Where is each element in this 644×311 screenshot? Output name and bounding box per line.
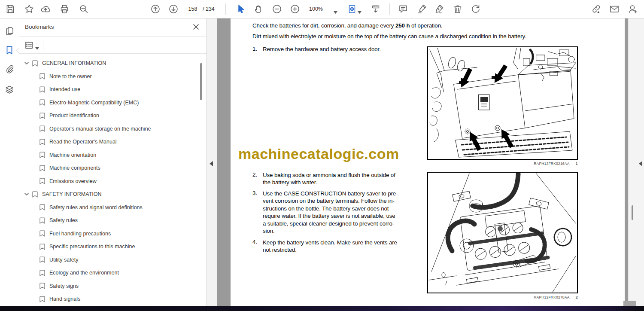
bookmark-label: Safety signs <box>49 283 79 289</box>
figure-number: 1 <box>576 161 578 166</box>
bookmark-item-utility-safety[interactable]: Utility safety <box>19 253 207 267</box>
bookmark-label: Hand signals <box>49 296 80 302</box>
bookmark-icon <box>32 60 38 67</box>
collapse-right-panel-icon[interactable] <box>639 161 642 166</box>
bookmark-item-read-operators-manual[interactable]: Read the Operator's Manual <box>19 135 207 149</box>
bookmark-item-note-to-the-owner[interactable]: Note to the owner <box>19 70 207 83</box>
zoom-level-value: 100% <box>309 6 323 12</box>
trash-icon[interactable] <box>453 4 463 14</box>
options-divider <box>43 40 43 51</box>
bookmark-icon <box>32 191 38 198</box>
bookmark-item-emc[interactable]: Electro-Magnetic Compatibility (EMC) <box>19 96 207 110</box>
step-text: Use the CASE CONSTRUCTION battery saver … <box>263 190 419 235</box>
watermark: machinecatalogic.com <box>238 146 399 162</box>
bookmark-icon <box>39 256 45 263</box>
bookmarks-options-button[interactable] <box>25 40 41 50</box>
bookmark-item-machine-components[interactable]: Machine components <box>19 162 207 175</box>
document-scrollbar-zone <box>628 18 644 306</box>
document-canvas: Check the batteries for dirt, corrosion,… <box>207 18 644 306</box>
bookmark-icon <box>39 125 45 132</box>
bookmark-label: GENERAL INFORMATION <box>42 60 106 66</box>
fit-page-icon[interactable] <box>347 4 357 14</box>
pdf-page: Check the batteries for dirt, corrosion,… <box>231 18 625 306</box>
step-text: Keep the battery vents clean. Make sure … <box>263 239 419 254</box>
chevron-down-icon[interactable] <box>24 192 29 197</box>
bookmark-item-safety-rules-definitions[interactable]: Safety rules and signal word definitions <box>19 201 207 214</box>
chevron-down-icon[interactable] <box>358 8 361 10</box>
share-upload-icon[interactable] <box>40 4 51 14</box>
page-up-icon[interactable] <box>150 4 161 14</box>
comment-icon[interactable] <box>398 4 408 14</box>
bookmark-label: Read the Operator's Manual <box>49 139 117 145</box>
sign-pen-icon[interactable] <box>434 4 444 14</box>
attachments-icon[interactable] <box>5 64 14 74</box>
zoom-level-control[interactable]: 100% <box>307 4 339 14</box>
bookmark-icon <box>39 283 45 289</box>
link-icon[interactable] <box>591 4 601 14</box>
step-number: 1. <box>252 46 257 52</box>
bookmark-item-emissions-overview[interactable]: Emissions overview <box>19 175 207 188</box>
figure-2-caption: RAPH12FRK0278AA2 <box>427 295 578 299</box>
page-number-input[interactable] <box>186 5 199 13</box>
toolbar: / 234 100% <box>0 0 644 18</box>
highlighter-icon[interactable] <box>416 4 427 14</box>
doc-paragraph-2: Dirt mixed with electrolyte or moisture … <box>252 33 526 40</box>
bookmark-label: Operator's manual storage on the machine <box>49 126 151 132</box>
zoom-in-icon[interactable] <box>290 4 300 14</box>
bookmark-item-safety-rules[interactable]: Safety rules <box>19 214 207 227</box>
bookmark-item-hand-signals[interactable]: Hand signals <box>19 293 207 306</box>
page-thumbnails-icon[interactable] <box>5 26 14 36</box>
save-icon[interactable] <box>5 4 15 14</box>
bookmark-label: Specific precautions to this machine <box>49 244 135 250</box>
bookmark-label: Machine orientation <box>49 152 96 158</box>
print-icon[interactable] <box>59 4 70 14</box>
bookmark-icon <box>39 86 45 93</box>
bookmark-item-manual-storage[interactable]: Operator's manual storage on the machine <box>19 122 207 136</box>
bookmark-label: Product identification <box>49 113 99 119</box>
hand-tool-icon[interactable] <box>253 4 264 14</box>
search-icon[interactable] <box>79 4 89 14</box>
step-number: 3. <box>252 190 257 196</box>
reload-icon[interactable] <box>471 4 481 14</box>
page-down-icon[interactable] <box>168 4 179 14</box>
taskbar-edge <box>0 306 644 311</box>
bookmarks-panel-title: Bookmarks <box>25 24 54 30</box>
bookmark-item-specific-precautions[interactable]: Specific precautions to this machine <box>19 240 207 253</box>
figure-code: RAPH12FRK0278AA <box>534 295 569 299</box>
close-icon[interactable] <box>193 24 199 30</box>
toolbar-divider <box>389 3 390 15</box>
bookmarks-scrollbar[interactable] <box>200 63 202 100</box>
bookmark-item-safety-signs[interactable]: Safety signs <box>19 280 207 293</box>
step-number: 4. <box>252 239 257 245</box>
figure-number: 2 <box>576 295 578 299</box>
bookmark-item-ecology-environment[interactable]: Ecology and the environment <box>19 266 207 280</box>
bookmark-label: Utility safety <box>49 257 78 263</box>
bookmark-item-machine-orientation[interactable]: Machine orientation <box>19 149 207 162</box>
select-tool-icon[interactable] <box>235 4 246 14</box>
bookmark-icon <box>39 113 45 119</box>
bookmark-item-product-identification[interactable]: Product identification <box>19 109 207 122</box>
bookmark-label: Machine components <box>49 165 100 171</box>
chevron-down-icon[interactable] <box>24 61 29 66</box>
page-scroll-icon[interactable] <box>371 4 381 14</box>
zoom-out-icon[interactable] <box>272 4 282 14</box>
email-icon[interactable] <box>609 4 620 14</box>
document-scrollbar[interactable] <box>632 205 633 220</box>
collapse-left-panel-icon[interactable] <box>210 161 213 166</box>
chevron-down-icon <box>35 44 39 46</box>
bookmarks-panel: Bookmarks GENERAL INFORMATION Note to th… <box>19 18 207 306</box>
bookmark-item-fuel-handling[interactable]: Fuel handling precautions <box>19 227 207 241</box>
bookmark-item-general-information[interactable]: GENERAL INFORMATION <box>19 57 207 70</box>
bookmark-icon <box>39 244 45 250</box>
bookmark-label: Emissions overview <box>49 178 97 184</box>
bookmark-item-safety-information[interactable]: SAFETY INFORMATION <box>19 188 207 201</box>
side-rail <box>0 18 19 306</box>
star-icon[interactable] <box>24 4 34 14</box>
bold-value: 250 h <box>395 22 410 29</box>
add-person-icon[interactable] <box>628 4 638 14</box>
bookmarks-icon[interactable] <box>5 46 14 55</box>
bookmark-label: Fuel handling precautions <box>49 231 111 237</box>
bookmark-item-intended-use[interactable]: Intended use <box>19 83 207 96</box>
bookmark-label: Intended use <box>49 86 80 92</box>
layers-icon[interactable] <box>5 85 14 95</box>
